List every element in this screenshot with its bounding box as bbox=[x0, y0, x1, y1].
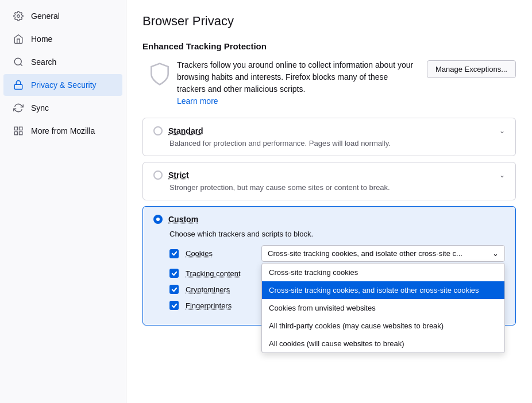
cookies-checkbox[interactable] bbox=[169, 249, 179, 258]
sidebar-item-label: General bbox=[31, 11, 60, 21]
sidebar-item-privacy[interactable]: Privacy & Security bbox=[3, 74, 122, 96]
custom-option-header: Custom bbox=[153, 215, 505, 224]
crypto-label: Cryptominers bbox=[186, 285, 255, 294]
dropdown-item-2[interactable]: Cross-site tracking cookies, and isolate… bbox=[262, 281, 504, 299]
manage-exceptions-button[interactable]: Manage Exceptions... bbox=[427, 60, 516, 78]
sidebar-item-general[interactable]: General bbox=[3, 5, 122, 27]
sidebar-item-label: Privacy & Security bbox=[31, 80, 97, 90]
etp-section-title: Enhanced Tracking Protection bbox=[142, 41, 516, 51]
mozilla-icon bbox=[13, 125, 24, 137]
etp-description: Trackers follow you around online to col… bbox=[177, 59, 415, 107]
sidebar-item-label: Sync bbox=[31, 103, 49, 113]
cookies-dropdown-menu: Cross-site tracking cookies Cross-site t… bbox=[261, 263, 505, 353]
svg-line-2 bbox=[20, 64, 22, 65]
svg-point-1 bbox=[14, 58, 21, 65]
dropdown-item-3[interactable]: Cookies from unvisited websites bbox=[262, 299, 504, 317]
gear-icon bbox=[13, 10, 24, 22]
shield-icon bbox=[142, 59, 177, 87]
dropdown-item-4[interactable]: All third-party cookies (may cause websi… bbox=[262, 317, 504, 335]
strict-option-card: Strict ⌄ Stronger protection, but may ca… bbox=[142, 162, 516, 200]
strict-option-header: Strict ⌄ bbox=[153, 170, 505, 180]
fingerprinters-checkbox[interactable] bbox=[169, 301, 179, 310]
svg-rect-6 bbox=[14, 132, 17, 135]
cookies-row: Cookies Cross-site tracking cookies, and… bbox=[169, 245, 505, 262]
cookies-label: Cookies bbox=[186, 249, 255, 258]
custom-desc: Choose which trackers and scripts to blo… bbox=[169, 230, 505, 238]
sidebar-item-label: More from Mozilla bbox=[31, 126, 95, 135]
sidebar-item-label: Home bbox=[31, 34, 52, 44]
sidebar: General Home Search Privacy & Security bbox=[0, 0, 126, 403]
search-icon bbox=[13, 56, 24, 68]
page-title: Browser Privacy bbox=[142, 14, 516, 29]
dropdown-item-1[interactable]: Cross-site tracking cookies bbox=[262, 264, 504, 281]
main-content: Browser Privacy Enhanced Tracking Protec… bbox=[126, 0, 532, 403]
strict-desc: Stronger protection, but may cause some … bbox=[153, 183, 505, 192]
sidebar-item-mozilla[interactable]: More from Mozilla bbox=[3, 120, 122, 142]
cookies-dropdown-wrapper: Cross-site tracking cookies, and isolate… bbox=[261, 245, 505, 262]
strict-label: Strict bbox=[168, 170, 189, 180]
custom-label: Custom bbox=[168, 215, 198, 224]
learn-more-link[interactable]: Learn more bbox=[177, 96, 218, 106]
dropdown-chevron-icon: ⌄ bbox=[492, 249, 499, 258]
standard-desc: Balanced for protection and performance.… bbox=[153, 139, 505, 148]
sidebar-item-sync[interactable]: Sync bbox=[3, 97, 122, 119]
cookies-dropdown-value: Cross-site tracking cookies, and isolate… bbox=[268, 249, 462, 258]
standard-option-card: Standard ⌄ Balanced for protection and p… bbox=[142, 118, 516, 156]
standard-chevron-icon: ⌄ bbox=[499, 127, 505, 135]
dropdown-item-5[interactable]: All cookies (will cause websites to brea… bbox=[262, 335, 504, 352]
svg-rect-7 bbox=[20, 132, 22, 135]
custom-body: Choose which trackers and scripts to blo… bbox=[153, 230, 505, 317]
svg-rect-5 bbox=[20, 127, 22, 130]
etp-section: Enhanced Tracking Protection Trackers fo… bbox=[142, 41, 516, 107]
tracking-checkbox[interactable] bbox=[169, 269, 179, 278]
tracking-label: Tracking content bbox=[186, 269, 255, 278]
home-icon bbox=[13, 33, 24, 45]
svg-rect-3 bbox=[14, 84, 22, 89]
custom-option-card: Custom Choose which trackers and scripts… bbox=[142, 206, 516, 326]
standard-option-header: Standard ⌄ bbox=[153, 126, 505, 135]
svg-point-0 bbox=[17, 15, 20, 18]
crypto-checkbox[interactable] bbox=[169, 285, 179, 294]
sync-icon bbox=[13, 102, 24, 114]
sidebar-item-home[interactable]: Home bbox=[3, 28, 122, 50]
standard-label: Standard bbox=[168, 126, 203, 135]
sidebar-item-label: Search bbox=[31, 57, 56, 67]
cookies-dropdown-button[interactable]: Cross-site tracking cookies, and isolate… bbox=[261, 245, 505, 262]
custom-radio[interactable] bbox=[153, 215, 163, 224]
strict-chevron-icon: ⌄ bbox=[499, 171, 505, 179]
svg-rect-4 bbox=[14, 127, 17, 130]
fingerprinters-label: Fingerprinters bbox=[186, 301, 255, 310]
standard-radio[interactable] bbox=[153, 126, 163, 135]
etp-row: Trackers follow you around online to col… bbox=[142, 59, 516, 107]
strict-radio[interactable] bbox=[153, 170, 163, 180]
lock-icon bbox=[13, 79, 24, 91]
sidebar-item-search[interactable]: Search bbox=[3, 51, 122, 73]
